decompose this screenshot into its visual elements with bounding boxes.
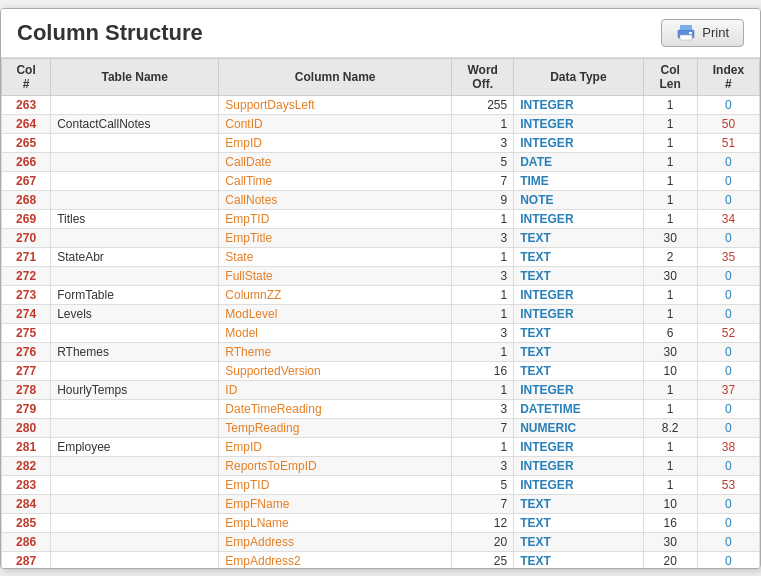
cell-col-num: 267 bbox=[2, 171, 51, 190]
svg-rect-2 bbox=[680, 35, 692, 40]
table-row: 265 EmpID 3 INTEGER 1 51 bbox=[2, 133, 760, 152]
cell-column-name: Model bbox=[219, 323, 452, 342]
cell-word-off: 3 bbox=[452, 133, 514, 152]
col-header-num: Col# bbox=[2, 58, 51, 95]
cell-index-num: 52 bbox=[697, 323, 759, 342]
cell-table-name bbox=[51, 475, 219, 494]
cell-col-num: 277 bbox=[2, 361, 51, 380]
table-row: 280 TempReading 7 NUMERIC 8.2 0 bbox=[2, 418, 760, 437]
cell-word-off: 20 bbox=[452, 532, 514, 551]
cell-word-off: 3 bbox=[452, 228, 514, 247]
table-container[interactable]: Col# Table Name Column Name WordOff. Dat… bbox=[1, 58, 760, 568]
cell-column-name: EmpAddress bbox=[219, 532, 452, 551]
table-row: 282 ReportsToEmpID 3 INTEGER 1 0 bbox=[2, 456, 760, 475]
table-row: 286 EmpAddress 20 TEXT 30 0 bbox=[2, 532, 760, 551]
cell-column-name: RTheme bbox=[219, 342, 452, 361]
cell-table-name: Titles bbox=[51, 209, 219, 228]
cell-data-type: TEXT bbox=[514, 513, 643, 532]
cell-word-off: 3 bbox=[452, 399, 514, 418]
cell-col-num: 268 bbox=[2, 190, 51, 209]
cell-col-num: 274 bbox=[2, 304, 51, 323]
cell-col-len: 1 bbox=[643, 380, 697, 399]
cell-col-num: 281 bbox=[2, 437, 51, 456]
table-row: 267 CallTime 7 TIME 1 0 bbox=[2, 171, 760, 190]
cell-index-num: 0 bbox=[697, 190, 759, 209]
table-row: 281 Employee EmpID 1 INTEGER 1 38 bbox=[2, 437, 760, 456]
cell-index-num: 0 bbox=[697, 171, 759, 190]
cell-data-type: TEXT bbox=[514, 342, 643, 361]
cell-index-num: 0 bbox=[697, 418, 759, 437]
cell-data-type: TEXT bbox=[514, 247, 643, 266]
table-row: 276 RThemes RTheme 1 TEXT 30 0 bbox=[2, 342, 760, 361]
cell-col-len: 30 bbox=[643, 342, 697, 361]
table-row: 264 ContactCallNotes ContID 1 INTEGER 1 … bbox=[2, 114, 760, 133]
cell-data-type: TEXT bbox=[514, 266, 643, 285]
svg-rect-1 bbox=[680, 25, 692, 30]
main-window: Column Structure Print Col# Table Name C… bbox=[0, 8, 761, 569]
print-button[interactable]: Print bbox=[661, 19, 744, 47]
cell-index-num: 0 bbox=[697, 399, 759, 418]
cell-data-type: TEXT bbox=[514, 532, 643, 551]
cell-column-name: CallDate bbox=[219, 152, 452, 171]
cell-index-num: 0 bbox=[697, 152, 759, 171]
col-header-index: Index# bbox=[697, 58, 759, 95]
cell-table-name: HourlyTemps bbox=[51, 380, 219, 399]
cell-column-name: ReportsToEmpID bbox=[219, 456, 452, 475]
cell-data-type: INTEGER bbox=[514, 95, 643, 114]
cell-table-name: RThemes bbox=[51, 342, 219, 361]
cell-data-type: TEXT bbox=[514, 323, 643, 342]
cell-data-type: INTEGER bbox=[514, 285, 643, 304]
cell-data-type: INTEGER bbox=[514, 133, 643, 152]
cell-col-len: 1 bbox=[643, 285, 697, 304]
cell-index-num: 38 bbox=[697, 437, 759, 456]
cell-col-len: 30 bbox=[643, 532, 697, 551]
cell-word-off: 1 bbox=[452, 342, 514, 361]
cell-col-len: 30 bbox=[643, 266, 697, 285]
cell-col-len: 6 bbox=[643, 323, 697, 342]
cell-index-num: 0 bbox=[697, 342, 759, 361]
cell-col-num: 283 bbox=[2, 475, 51, 494]
cell-table-name bbox=[51, 513, 219, 532]
cell-data-type: INTEGER bbox=[514, 304, 643, 323]
cell-table-name bbox=[51, 95, 219, 114]
cell-table-name bbox=[51, 171, 219, 190]
table-row: 274 Levels ModLevel 1 INTEGER 1 0 bbox=[2, 304, 760, 323]
cell-word-off: 1 bbox=[452, 114, 514, 133]
cell-table-name bbox=[51, 323, 219, 342]
cell-data-type: INTEGER bbox=[514, 456, 643, 475]
cell-column-name: EmpAddress2 bbox=[219, 551, 452, 568]
cell-index-num: 0 bbox=[697, 513, 759, 532]
cell-word-off: 25 bbox=[452, 551, 514, 568]
cell-col-num: 272 bbox=[2, 266, 51, 285]
cell-col-len: 10 bbox=[643, 361, 697, 380]
cell-col-num: 284 bbox=[2, 494, 51, 513]
cell-column-name: ModLevel bbox=[219, 304, 452, 323]
cell-column-name: State bbox=[219, 247, 452, 266]
cell-table-name bbox=[51, 133, 219, 152]
cell-index-num: 0 bbox=[697, 551, 759, 568]
table-row: 283 EmpTID 5 INTEGER 1 53 bbox=[2, 475, 760, 494]
cell-data-type: INTEGER bbox=[514, 475, 643, 494]
table-row: 268 CallNotes 9 NOTE 1 0 bbox=[2, 190, 760, 209]
cell-data-type: DATETIME bbox=[514, 399, 643, 418]
cell-column-name: TempReading bbox=[219, 418, 452, 437]
cell-col-num: 273 bbox=[2, 285, 51, 304]
cell-column-name: EmpFName bbox=[219, 494, 452, 513]
cell-data-type: DATE bbox=[514, 152, 643, 171]
cell-word-off: 1 bbox=[452, 285, 514, 304]
cell-col-num: 286 bbox=[2, 532, 51, 551]
cell-index-num: 0 bbox=[697, 228, 759, 247]
cell-col-len: 2 bbox=[643, 247, 697, 266]
col-header-column: Column Name bbox=[219, 58, 452, 95]
cell-col-len: 1 bbox=[643, 209, 697, 228]
cell-column-name: ID bbox=[219, 380, 452, 399]
cell-index-num: 53 bbox=[697, 475, 759, 494]
cell-word-off: 7 bbox=[452, 171, 514, 190]
cell-col-num: 266 bbox=[2, 152, 51, 171]
cell-col-num: 282 bbox=[2, 456, 51, 475]
cell-col-num: 265 bbox=[2, 133, 51, 152]
table-row: 285 EmpLName 12 TEXT 16 0 bbox=[2, 513, 760, 532]
cell-word-off: 5 bbox=[452, 475, 514, 494]
table-row: 284 EmpFName 7 TEXT 10 0 bbox=[2, 494, 760, 513]
table-row: 272 FullState 3 TEXT 30 0 bbox=[2, 266, 760, 285]
